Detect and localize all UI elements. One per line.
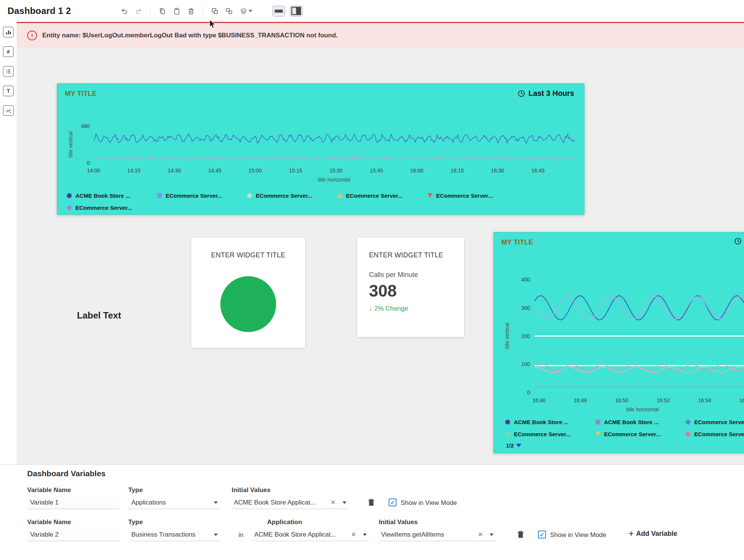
legend-pagination[interactable]: 1/2 — [506, 442, 521, 449]
toolbar: Dashboard 1 2 — [0, 0, 744, 22]
trash-icon — [516, 530, 525, 539]
y-axis-title: title vertical — [68, 131, 74, 158]
horizontal-panel-button[interactable] — [272, 6, 285, 17]
type-select[interactable]: Applications — [128, 496, 221, 509]
legend-item[interactable]: ACME Book Store ... — [67, 189, 157, 202]
clipboard-icon — [173, 8, 180, 15]
widget-title: ENTER WIDGET TITLE — [369, 251, 443, 259]
legend-marker — [337, 193, 342, 198]
trash-icon — [188, 8, 195, 15]
legend-label: ECommerce Server... — [694, 419, 744, 425]
text-widget-icon[interactable]: T — [3, 86, 14, 96]
clock-icon[interactable] — [734, 237, 742, 245]
chevron-down-icon[interactable] — [343, 502, 346, 504]
chart-widget-icon[interactable] — [3, 27, 14, 37]
legend-item[interactable]: ECommerce Server... — [595, 428, 686, 440]
chart-plot-area — [94, 126, 575, 163]
y-axis-ticks: 4800 — [75, 126, 90, 163]
list-widget-icon[interactable] — [3, 66, 14, 77]
legend-marker — [595, 432, 600, 437]
widget-metric[interactable]: ENTER WIDGET TITLE Calls per Minute 308 … — [357, 238, 464, 337]
show-in-view-mode-checkbox[interactable]: ✓ — [389, 498, 397, 506]
legend-item[interactable]: ECommerce Server... — [505, 428, 595, 440]
label-widget[interactable]: Label Text — [77, 310, 121, 321]
clear-icon[interactable]: ✕ — [477, 531, 484, 538]
chevron-down-icon[interactable] — [490, 534, 493, 536]
x-tick-label: 14:30 — [168, 168, 181, 174]
token-value: ACME Book Store Applicat... — [234, 499, 315, 506]
legend-item[interactable]: ACME Book Store ... — [595, 416, 686, 428]
clear-icon[interactable]: ✕ — [329, 499, 337, 506]
legend-item[interactable]: ECommerce Server... — [686, 428, 744, 440]
chart-plot-area — [535, 280, 744, 392]
horizontal-panel-icon — [273, 5, 285, 17]
application-label: Application — [267, 518, 302, 526]
variable-name-input[interactable] — [27, 528, 120, 541]
variable-name-label: Variable Name — [27, 518, 71, 526]
line-chart — [94, 126, 575, 163]
legend-label: ACME Book Store ... — [514, 419, 569, 425]
legend-item[interactable]: ACME Book Store ... — [505, 416, 595, 428]
initial-values-token[interactable]: ViewItems.getAllItems ✕ — [379, 528, 496, 541]
add-variable-button[interactable]: + Add Variable — [626, 529, 679, 538]
bring-forward-button[interactable] — [210, 6, 220, 16]
widget-title: MY TITLE — [65, 90, 97, 98]
show-in-view-mode-label: Show in View Mode — [550, 531, 606, 539]
chevron-down-icon[interactable] — [363, 534, 367, 536]
line-chart — [535, 280, 744, 392]
legend-marker — [595, 420, 600, 425]
clear-icon[interactable]: ✕ — [350, 531, 358, 538]
analytics-widget-icon[interactable] — [3, 105, 14, 116]
x-tick-label: 14:00 — [87, 168, 100, 174]
initial-values-label: Initial Values — [232, 486, 271, 494]
legend-item[interactable]: ECommerce Server... — [686, 416, 744, 428]
copy-button[interactable] — [157, 6, 167, 16]
show-in-view-mode-checkbox[interactable]: ✓ — [538, 531, 546, 538]
error-banner: ! Entity name: $UserLogOut.memberLogOut … — [17, 22, 744, 48]
initial-values-token[interactable]: ACME Book Store Applicat... ✕ — [232, 496, 349, 509]
widget-health[interactable]: ENTER WIDGET TITLE — [191, 238, 305, 348]
legend-label: ECommerce Server... — [346, 192, 403, 199]
legend-item[interactable]: ECommerce Server... — [427, 189, 518, 202]
legend-item[interactable]: ECommerce Server... — [247, 189, 337, 202]
time-range[interactable]: Last 3 Hours — [517, 89, 574, 98]
number-widget-icon[interactable]: # — [3, 46, 14, 57]
variable-name-input[interactable] — [27, 496, 120, 509]
copy-icon — [159, 8, 166, 15]
widget-title: ENTER WIDGET TITLE — [191, 251, 305, 259]
health-status-circle[interactable] — [220, 276, 276, 332]
layers-button[interactable] — [238, 6, 254, 16]
metric-change: ↓ 2% Change — [369, 305, 408, 312]
application-token[interactable]: ACME Book Store Applicat... ✕ — [252, 528, 369, 541]
legend-label: ECommerce Server... — [604, 431, 661, 437]
type-select[interactable]: Business Transactions — [128, 528, 221, 541]
send-backward-icon — [226, 8, 233, 15]
undo-button[interactable] — [119, 6, 129, 16]
y-tick-label: 300 — [521, 305, 530, 311]
legend-item[interactable]: ECommerce Server... — [157, 189, 247, 202]
legend-marker — [427, 193, 432, 198]
widget-timeseries-large[interactable]: MY TITLE Last 3 Hours title vertical 480… — [57, 83, 584, 215]
legend-label: ACME Book Store ... — [604, 419, 659, 425]
redo-icon — [135, 8, 142, 15]
token-value: ViewItems.getAllItems — [381, 531, 444, 538]
x-tick-label: 16:30 — [491, 168, 504, 174]
vertical-panel-button[interactable] — [290, 6, 303, 17]
send-backward-button[interactable] — [224, 6, 234, 16]
widget-title: MY TITLE — [501, 238, 533, 246]
paste-button[interactable] — [172, 6, 181, 16]
legend-label: ACME Book Store ... — [75, 192, 130, 199]
chevron-down-icon — [516, 444, 521, 447]
x-tick-label: 16:00 — [410, 168, 423, 174]
legend-item[interactable]: ECommerce Server... — [67, 202, 157, 214]
widget-timeseries-small[interactable]: MY TITLE title vertical 4003002001000 16… — [493, 232, 744, 453]
legend-item[interactable]: ECommerce Server... — [337, 189, 427, 202]
x-tick-label: 15:45 — [370, 168, 383, 174]
bring-forward-icon — [211, 8, 218, 15]
type-label: Type — [128, 518, 143, 526]
delete-variable-button[interactable] — [367, 498, 376, 508]
delete-variable-button[interactable] — [516, 530, 525, 540]
y-tick-label: 200 — [521, 333, 530, 339]
redo-button[interactable] — [134, 6, 143, 16]
delete-button[interactable] — [186, 6, 196, 16]
